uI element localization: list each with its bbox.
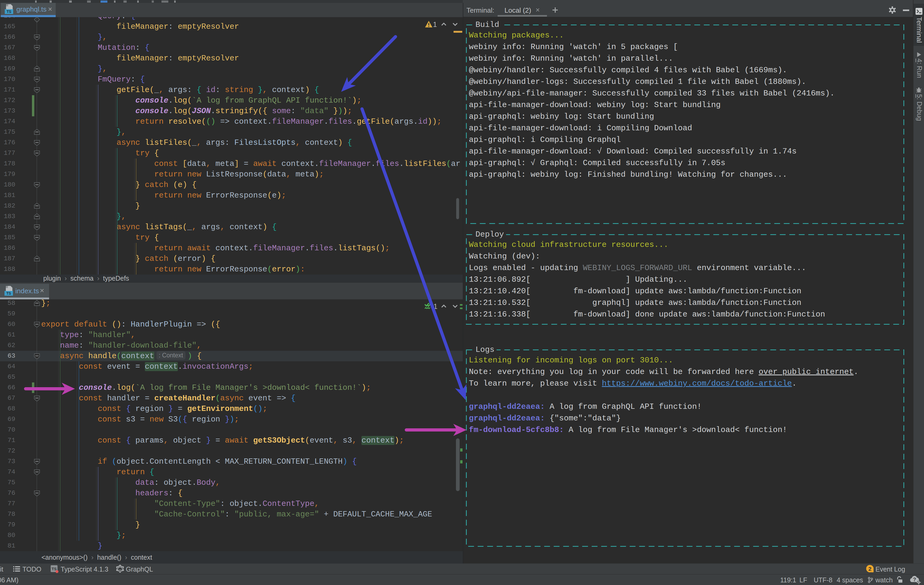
svg-text:TS: TS [51, 567, 56, 571]
svg-text:TS: TS [7, 291, 11, 295]
svg-text:2: 2 [868, 566, 871, 572]
svg-text:?: ? [913, 577, 916, 582]
